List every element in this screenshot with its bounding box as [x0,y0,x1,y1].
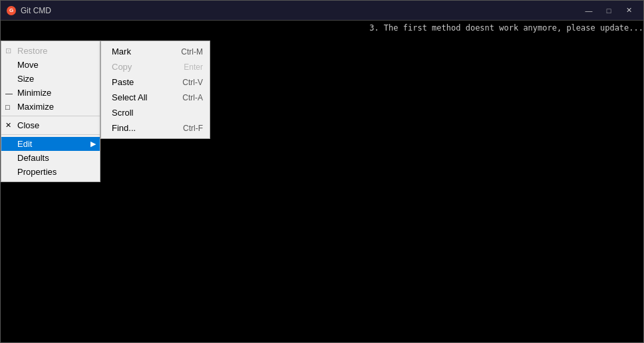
minimize-button[interactable]: — [579,3,598,18]
close-button[interactable]: ✕ [619,3,638,18]
app-icon: G [6,5,17,16]
title-bar: G Git CMD — □ ✕ [1,1,643,21]
menu-separator-2 [1,134,100,135]
submenu-item-mark[interactable]: Mark Ctrl-M [101,44,210,59]
menu-item-move[interactable]: Move [1,58,100,72]
find-shortcut: Ctrl-F [183,124,203,133]
system-context-menu: ⊡ Restore Move Size — Minimize □ Maximiz… [1,41,100,182]
menu-item-close[interactable]: ✕ Close [1,118,100,132]
menu-item-edit[interactable]: Edit ▶ [1,137,100,151]
main-window: G Git CMD — □ ✕ 3. The first method does… [0,0,644,343]
menu-item-minimize[interactable]: — Minimize [1,86,100,100]
edit-arrow-icon: ▶ [90,140,96,148]
close-icon: ✕ [5,121,11,130]
submenu-item-copy[interactable]: Copy Enter [101,59,210,74]
edit-submenu: Mark Ctrl-M Copy Enter Paste Ctrl-V Sele… [100,41,210,139]
submenu-item-find[interactable]: Find... Ctrl-F [101,120,210,136]
maximize-icon: □ [5,103,10,111]
minimize-icon: — [5,89,13,97]
menu-item-maximize[interactable]: □ Maximize [1,100,100,114]
submenu-item-selectall[interactable]: Select All Ctrl-A [101,90,210,105]
window-controls: — □ ✕ [579,3,638,18]
window-title: Git CMD [21,6,51,15]
restore-icon: ⊡ [5,47,11,55]
paste-shortcut: Ctrl-V [182,78,203,87]
mark-shortcut: Ctrl-M [181,47,203,57]
submenu-item-scroll[interactable]: Scroll [101,105,210,120]
selectall-shortcut: Ctrl-A [182,93,203,102]
terminal-area: 3. The first method doesnt work anymore,… [1,21,643,342]
git-logo: G [7,6,16,15]
menu-item-properties[interactable]: Properties [1,165,100,179]
menu-separator-1 [1,116,100,116]
maximize-button[interactable]: □ [599,3,618,18]
title-bar-left: G Git CMD [6,5,51,16]
menu-item-size[interactable]: Size [1,72,100,86]
terminal-output: 3. The first method doesnt work anymore,… [369,23,643,33]
menu-item-restore[interactable]: ⊡ Restore [1,44,100,58]
copy-shortcut: Enter [184,62,203,72]
menu-item-defaults[interactable]: Defaults [1,151,100,165]
submenu-item-paste[interactable]: Paste Ctrl-V [101,74,210,90]
